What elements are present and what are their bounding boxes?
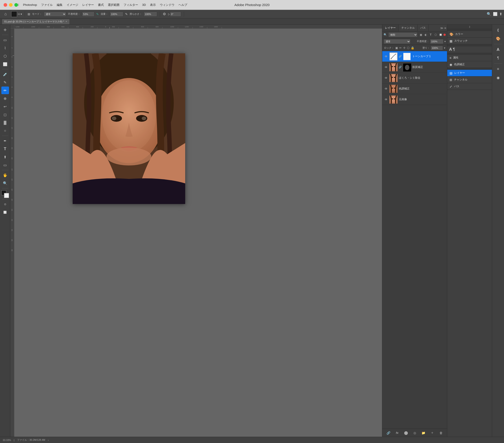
lock-paint-icon[interactable]: ✏	[399, 46, 402, 50]
path-selection-tool[interactable]: ⬆	[1, 153, 9, 161]
menu-type[interactable]: 書式	[98, 3, 104, 7]
panel-collapse-handle[interactable]: ⟫	[447, 25, 492, 29]
brush-settings-icon[interactable]: ⊞	[28, 12, 30, 16]
opacity-value-input[interactable]	[430, 39, 444, 44]
menu-layer[interactable]: レイヤー	[82, 3, 94, 7]
lock-transparency-icon[interactable]: ▣	[395, 46, 398, 50]
tab-paths[interactable]: パス	[418, 25, 429, 31]
panel-item-color-correction[interactable]: ◉ 色調補正	[447, 61, 492, 68]
layer-group-button[interactable]: 📁	[421, 430, 426, 436]
text-type-icon[interactable]: A	[494, 46, 502, 53]
menu-filter[interactable]: フィルター	[124, 3, 138, 7]
flow-pressure-icon[interactable]: ✎	[125, 12, 128, 16]
layout-icon[interactable]: ⬜	[493, 12, 498, 16]
background-swatch[interactable]	[4, 193, 9, 198]
filter-shape-icon[interactable]: ⬡	[433, 33, 438, 37]
panel-item-swatches[interactable]: ▦ スウォッチ	[447, 38, 492, 44]
layer-vis-0[interactable]: 👁	[384, 54, 388, 58]
menu-select[interactable]: 選択範囲	[108, 3, 120, 7]
color-panel-icon[interactable]: 🎨	[494, 35, 502, 43]
panel-menu-icon[interactable]: ≡	[444, 26, 446, 30]
menu-image[interactable]: イメージ	[67, 3, 78, 7]
layer-mask-button[interactable]: ⬤	[403, 430, 409, 436]
expand-icon[interactable]: ≫	[440, 26, 444, 30]
menu-window[interactable]: ウィンドウ	[160, 3, 174, 7]
layer-item-4[interactable]: 👁 元画像	[382, 94, 447, 105]
layer-item-0[interactable]: 👁 🔗 トーンカーブ 1	[382, 51, 447, 62]
panel-item-channels-right[interactable]: ⊞ チャンネル	[447, 76, 492, 83]
document-tab[interactable]: 01.psd @ 33.3% (トーンカーブ 1, レイヤーマスク/8) * ✕	[2, 19, 70, 24]
move-tool[interactable]: ✛	[1, 26, 9, 34]
mode-select[interactable]: 通常	[44, 12, 66, 17]
paragraph-tool-icon[interactable]: ¶	[453, 47, 455, 52]
tab-layers[interactable]: レイヤー	[382, 25, 399, 31]
layer-vis-3[interactable]: 👁	[384, 87, 388, 91]
menu-edit[interactable]: 編集	[57, 3, 63, 7]
status-arrow[interactable]: ›	[48, 439, 49, 442]
text-tool[interactable]: T	[1, 145, 9, 153]
panel-item-properties[interactable]: ≡ 属性	[447, 54, 492, 61]
filter-type-select[interactable]: 種類	[388, 32, 417, 37]
tab-channels[interactable]: チャンネル	[399, 25, 418, 31]
shape-tool[interactable]: ▭	[1, 161, 9, 169]
filter-pixel-icon[interactable]: ▣	[419, 33, 423, 37]
filter-toggle[interactable]	[444, 34, 446, 36]
fill-arrow-icon[interactable]: ▾	[444, 46, 445, 50]
brush-tool[interactable]: ✏	[1, 87, 9, 94]
opacity-arrow-icon[interactable]: ▾	[444, 40, 446, 43]
text-tool-icon[interactable]: A	[449, 47, 452, 52]
opacity-input[interactable]: 53%	[82, 12, 94, 17]
layer-new-button[interactable]: ＋	[430, 430, 435, 436]
layer-mask-thumb-1[interactable]	[403, 63, 411, 71]
gradient-tool[interactable]: ▓	[1, 119, 9, 126]
screen-mode-button[interactable]: ⬜	[1, 209, 9, 216]
settings-icon[interactable]: ⚙	[163, 12, 166, 16]
fill-input[interactable]	[431, 46, 443, 50]
paragraph-icon[interactable]: ¶	[494, 54, 502, 62]
layer-adjustment-button[interactable]: ◎	[412, 430, 417, 436]
lock-artboard-icon[interactable]: ✛	[403, 46, 406, 50]
panel-item-color[interactable]: 🎨 カラー	[447, 31, 492, 38]
menu-help[interactable]: ヘルプ	[179, 3, 187, 7]
healing-tool[interactable]: ✎	[1, 78, 9, 86]
layer-link-button[interactable]: 🔗	[386, 430, 391, 436]
zoom-tool[interactable]: 🔍	[1, 179, 9, 187]
menu-file[interactable]: ファイル	[41, 3, 53, 7]
layer-vis-4[interactable]: 👁	[384, 98, 388, 102]
home-button[interactable]: ⌂	[2, 10, 9, 18]
layer-fx-button[interactable]: fx	[395, 430, 400, 436]
filter-adjustment-icon[interactable]: ◐	[424, 33, 428, 37]
fullscreen-button[interactable]	[14, 3, 18, 7]
search-icon[interactable]: 🔍	[487, 12, 491, 16]
quick-mask-button[interactable]: ⊙	[1, 200, 9, 208]
marquee-tool[interactable]: ▭	[1, 36, 9, 44]
layer-item-1[interactable]: 👁 🔗 肌質補正	[382, 62, 447, 73]
lock-all-icon[interactable]: 🔒	[411, 46, 414, 50]
lock-position-icon[interactable]: ⬡	[407, 46, 409, 50]
apple-menu[interactable]: 	[18, 3, 19, 6]
filter-smartobj-icon[interactable]: 🔲	[438, 33, 443, 37]
crop-tool[interactable]: ⬜	[1, 60, 9, 68]
layer-item-3[interactable]: 👁 色調補正	[382, 83, 447, 94]
foreground-color[interactable]	[11, 11, 17, 17]
eyedropper-tool[interactable]: 💉	[1, 71, 9, 78]
smoothness-input[interactable]	[144, 12, 157, 17]
angle-input[interactable]	[170, 12, 181, 17]
minimize-button[interactable]	[9, 3, 13, 7]
tab-close-button[interactable]: ✕	[66, 20, 67, 23]
expand-panel-icon[interactable]: ⟪	[494, 26, 502, 34]
close-button[interactable]	[4, 3, 7, 7]
pen-tool[interactable]: ✒	[1, 137, 9, 145]
layer-vis-1[interactable]: 👁	[384, 65, 388, 69]
object-select-tool[interactable]: ⬡	[1, 52, 9, 60]
adjustments-panel-icon[interactable]: ◉	[494, 73, 502, 82]
share-icon[interactable]: ⬆	[499, 12, 502, 16]
lasso-tool[interactable]: ⌇	[1, 44, 9, 52]
clone-tool[interactable]: ⊕	[1, 95, 9, 102]
history-brush-tool[interactable]: ↩	[1, 103, 9, 110]
flow-input[interactable]	[110, 12, 123, 17]
eraser-tool[interactable]: ◻	[1, 111, 9, 118]
layer-mask-thumb-0[interactable]	[403, 53, 411, 61]
hand-tool[interactable]: 🖐	[1, 171, 9, 179]
filter-type-icon[interactable]: T	[429, 33, 433, 37]
